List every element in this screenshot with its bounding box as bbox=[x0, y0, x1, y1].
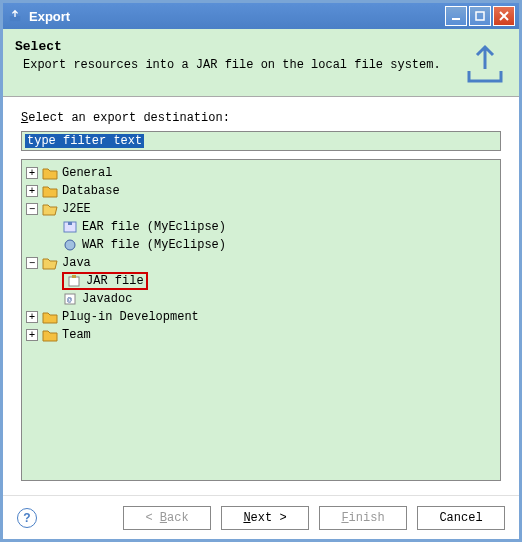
folder-icon bbox=[42, 328, 58, 342]
tree-item-plugin[interactable]: + Plug-in Development bbox=[26, 308, 496, 326]
tree-item-database[interactable]: + Database bbox=[26, 182, 496, 200]
svg-rect-6 bbox=[68, 222, 72, 225]
svg-rect-9 bbox=[72, 275, 76, 278]
folder-open-icon bbox=[42, 202, 58, 216]
jar-icon bbox=[66, 274, 82, 288]
jar-file-label: JAR file bbox=[86, 274, 144, 288]
svg-rect-8 bbox=[69, 277, 79, 286]
archive-icon bbox=[62, 220, 78, 234]
expand-icon[interactable]: + bbox=[26, 311, 38, 323]
folder-icon bbox=[42, 310, 58, 324]
folder-open-icon bbox=[42, 256, 58, 270]
tree-item-jar[interactable]: JAR file bbox=[26, 272, 496, 290]
finish-button[interactable]: Finish bbox=[319, 506, 407, 530]
wizard-description: Export resources into a JAR file on the … bbox=[15, 58, 507, 72]
collapse-icon[interactable]: − bbox=[26, 203, 38, 215]
collapse-icon[interactable]: − bbox=[26, 257, 38, 269]
maximize-button[interactable] bbox=[469, 6, 491, 26]
folder-icon bbox=[42, 184, 58, 198]
expand-icon[interactable]: + bbox=[26, 167, 38, 179]
export-icon bbox=[463, 41, 507, 85]
export-tree[interactable]: + General + Database − J2EE EAR file (My… bbox=[21, 159, 501, 481]
tree-item-j2ee[interactable]: − J2EE bbox=[26, 200, 496, 218]
export-app-icon bbox=[7, 8, 23, 24]
close-button[interactable] bbox=[493, 6, 515, 26]
javadoc-icon: @ bbox=[62, 292, 78, 306]
button-bar: ? < Back Next > Finish Cancel bbox=[3, 495, 519, 539]
svg-point-7 bbox=[65, 240, 75, 250]
folder-icon bbox=[42, 166, 58, 180]
tree-item-team[interactable]: + Team bbox=[26, 326, 496, 344]
wizard-title: Select bbox=[15, 39, 507, 54]
titlebar[interactable]: Export bbox=[3, 3, 519, 29]
expand-icon[interactable]: + bbox=[26, 329, 38, 341]
tree-item-war[interactable]: WAR file (MyEclipse) bbox=[26, 236, 496, 254]
svg-text:@: @ bbox=[67, 295, 72, 304]
filter-input[interactable] bbox=[21, 131, 501, 151]
wizard-header: Select Export resources into a JAR file … bbox=[3, 29, 519, 97]
help-button[interactable]: ? bbox=[17, 508, 37, 528]
minimize-button[interactable] bbox=[445, 6, 467, 26]
titlebar-title: Export bbox=[29, 9, 445, 24]
tree-item-javadoc[interactable]: @ Javadoc bbox=[26, 290, 496, 308]
destination-label: Select an export destination: bbox=[21, 111, 501, 125]
export-dialog: Export Select Export resources into a JA… bbox=[0, 0, 522, 542]
svg-rect-2 bbox=[476, 12, 484, 20]
tree-item-java[interactable]: − Java bbox=[26, 254, 496, 272]
archive-icon bbox=[62, 238, 78, 252]
expand-icon[interactable]: + bbox=[26, 185, 38, 197]
tree-item-ear[interactable]: EAR file (MyEclipse) bbox=[26, 218, 496, 236]
cancel-button[interactable]: Cancel bbox=[417, 506, 505, 530]
tree-item-general[interactable]: + General bbox=[26, 164, 496, 182]
back-button[interactable]: < Back bbox=[123, 506, 211, 530]
next-button[interactable]: Next > bbox=[221, 506, 309, 530]
